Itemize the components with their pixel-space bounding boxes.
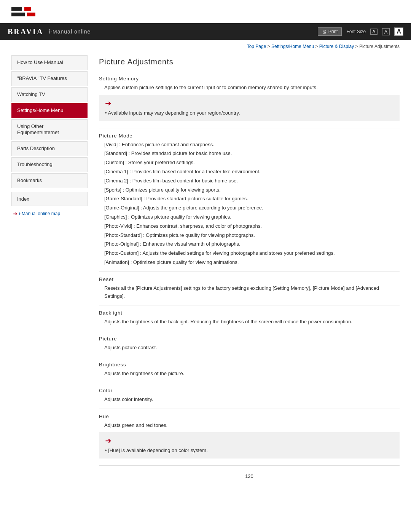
section-picture-mode: Picture Mode [Vivid] : Enhances picture … bbox=[99, 128, 400, 272]
right-column: Picture Adjustments Setting Memory Appli… bbox=[88, 51, 411, 494]
header-left: BRAVIA i-Manual online bbox=[8, 27, 91, 36]
sidebar-item-other-equipment[interactable]: Using Other Equipment/Internet bbox=[11, 119, 88, 141]
content-wrapper: Picture Adjustments Setting Memory Appli… bbox=[88, 51, 411, 494]
main-layout: How to Use i-Manual "BRAVIA" TV Features… bbox=[0, 51, 411, 494]
picture-mode-body: [Vivid] : Enhances picture contrast and … bbox=[99, 141, 400, 267]
picture-text: Adjusts picture contrast. bbox=[104, 344, 400, 352]
font-large-button[interactable]: A bbox=[394, 27, 403, 36]
color-title: Color bbox=[99, 388, 400, 393]
print-button[interactable]: 🖨 Print bbox=[318, 27, 342, 36]
bravia-logo-icon bbox=[11, 7, 46, 16]
picture-title: Picture bbox=[99, 336, 400, 342]
header-right: 🖨 Print Font Size A A A bbox=[318, 27, 403, 36]
hue-body: Adjusts green and red tones. bbox=[99, 422, 400, 430]
picture-mode-standard: [Standard] : Provides standard picture f… bbox=[104, 150, 400, 158]
brightness-title: Brightness bbox=[99, 362, 400, 367]
sidebar-arrow-icon: ➜ bbox=[13, 211, 18, 217]
setting-memory-body: Applies custom picture settings to the c… bbox=[99, 84, 400, 92]
hue-note: [Hue] is available depending on color sy… bbox=[105, 447, 393, 455]
reset-body: Resets all the [Picture Adjustments] set… bbox=[99, 284, 400, 300]
picture-mode-photo-vivid: [Photo-Vivid] : Enhances contrast, sharp… bbox=[104, 222, 400, 230]
breadcrumb-settings-menu[interactable]: Settings/Home Menu bbox=[271, 44, 314, 49]
breadcrumb: Top Page > Settings/Home Menu > Picture … bbox=[0, 40, 411, 51]
section-reset: Reset Resets all the [Picture Adjustment… bbox=[99, 272, 400, 306]
setting-memory-note: Available inputs may vary depending on y… bbox=[105, 109, 393, 117]
setting-memory-note-box: ➜ Available inputs may vary depending on… bbox=[99, 95, 400, 121]
setting-memory-text: Applies custom picture settings to the c… bbox=[104, 84, 400, 92]
sidebar-index[interactable]: Index bbox=[11, 192, 88, 206]
picture-mode-title: Picture Mode bbox=[99, 133, 400, 139]
font-medium-button[interactable]: A bbox=[382, 28, 390, 35]
sidebar-map-label: i-Manual online map bbox=[19, 211, 60, 216]
brightness-text: Adjusts the brightness of the picture. bbox=[104, 370, 400, 378]
hue-text: Adjusts green and red tones. bbox=[104, 422, 400, 430]
picture-mode-photo-custom: [Photo-Custom] : Adjusts the detailed se… bbox=[104, 249, 400, 257]
picture-mode-photo-original: [Photo-Original] : Enhances the visual w… bbox=[104, 240, 400, 248]
breadcrumb-picture-display[interactable]: Picture & Display bbox=[319, 44, 354, 49]
note-arrow-icon-2: ➜ bbox=[105, 436, 112, 445]
print-label: Print bbox=[328, 29, 338, 34]
color-text: Adjusts color intensity. bbox=[104, 396, 400, 404]
print-icon: 🖨 bbox=[322, 29, 327, 34]
sidebar-map-link[interactable]: ➜ i-Manual online map bbox=[11, 209, 88, 218]
picture-mode-cinema2: [Cinema 2] : Provides film-based content… bbox=[104, 177, 400, 185]
section-color: Color Adjusts color intensity. bbox=[99, 383, 400, 409]
logo-block-4 bbox=[27, 13, 35, 16]
section-hue: Hue Adjusts green and red tones. ➜ [Hue]… bbox=[99, 409, 400, 466]
header-bar: BRAVIA i-Manual online 🖨 Print Font Size… bbox=[0, 23, 411, 40]
sidebar-item-troubleshooting[interactable]: Troubleshooting bbox=[11, 157, 88, 172]
sidebar-item-bravia-features[interactable]: "BRAVIA" TV Features bbox=[11, 71, 88, 86]
font-small-button[interactable]: A bbox=[370, 29, 378, 35]
bravia-title: BRAVIA bbox=[8, 27, 43, 36]
backlight-text: Adjusts the brightness of the backlight.… bbox=[104, 318, 400, 326]
backlight-title: Backlight bbox=[99, 310, 400, 316]
color-body: Adjusts color intensity. bbox=[99, 396, 400, 404]
note-arrow-icon-1: ➜ bbox=[105, 99, 112, 108]
reset-title: Reset bbox=[99, 276, 400, 282]
sidebar-item-watching-tv[interactable]: Watching TV bbox=[11, 87, 88, 102]
hue-note-box: ➜ [Hue] is available depending on color … bbox=[99, 432, 400, 459]
hue-title: Hue bbox=[99, 414, 400, 419]
picture-mode-game-standard: [Game-Standard] : Provides standard pict… bbox=[104, 195, 400, 203]
picture-mode-vivid: [Vivid] : Enhances picture contrast and … bbox=[104, 141, 400, 149]
picture-mode-game-original: [Game-Original] : Adjusts the game pictu… bbox=[104, 204, 400, 212]
breadcrumb-current: Picture Adjustments bbox=[359, 44, 400, 49]
picture-mode-animation: [Animation] : Optimizes picture quality … bbox=[104, 259, 400, 267]
backlight-body: Adjusts the brightness of the backlight.… bbox=[99, 318, 400, 326]
breadcrumb-sep1: > bbox=[268, 44, 270, 49]
logo-block-3 bbox=[11, 13, 25, 16]
header-subtitle: i-Manual online bbox=[49, 29, 91, 35]
picture-mode-cinema1: [Cinema 1] : Provides film-based content… bbox=[104, 168, 400, 176]
logo-block-2 bbox=[24, 7, 31, 11]
sidebar-item-bookmarks[interactable]: Bookmarks bbox=[11, 173, 88, 188]
picture-body: Adjusts picture contrast. bbox=[99, 344, 400, 352]
section-backlight: Backlight Adjusts the brightness of the … bbox=[99, 305, 400, 331]
breadcrumb-sep2: > bbox=[315, 44, 318, 49]
page-number: 120 bbox=[99, 466, 400, 483]
section-brightness: Brightness Adjusts the brightness of the… bbox=[99, 357, 400, 383]
setting-memory-title: Setting Memory bbox=[99, 76, 400, 81]
picture-mode-sports: [Sports] : Optimizes picture quality for… bbox=[104, 186, 400, 194]
section-setting-memory: Setting Memory Applies custom picture se… bbox=[99, 71, 400, 128]
sidebar-item-parts-description[interactable]: Parts Description bbox=[11, 141, 88, 156]
logo-area bbox=[0, 0, 411, 23]
font-size-label: Font Size bbox=[346, 29, 366, 34]
reset-text: Resets all the [Picture Adjustments] set… bbox=[104, 284, 400, 300]
sidebar-item-settings-home-menu[interactable]: Settings/Home Menu bbox=[11, 103, 88, 118]
brightness-body: Adjusts the brightness of the picture. bbox=[99, 370, 400, 378]
section-picture: Picture Adjusts picture contrast. bbox=[99, 331, 400, 357]
sidebar: How to Use i-Manual "BRAVIA" TV Features… bbox=[0, 51, 88, 494]
picture-mode-photo-standard: [Photo-Standard] : Optimizes picture qua… bbox=[104, 232, 400, 240]
page-title: Picture Adjustments bbox=[99, 51, 400, 71]
breadcrumb-top-page[interactable]: Top Page bbox=[247, 44, 266, 49]
picture-mode-graphics: [Graphics] : Optimizes picture quality f… bbox=[104, 213, 400, 221]
picture-mode-custom: [Custom] : Stores your preferred setting… bbox=[104, 159, 400, 167]
sidebar-item-how-to-use[interactable]: How to Use i-Manual bbox=[11, 55, 88, 70]
breadcrumb-sep3: > bbox=[355, 44, 358, 49]
logo-block-1 bbox=[11, 7, 22, 11]
